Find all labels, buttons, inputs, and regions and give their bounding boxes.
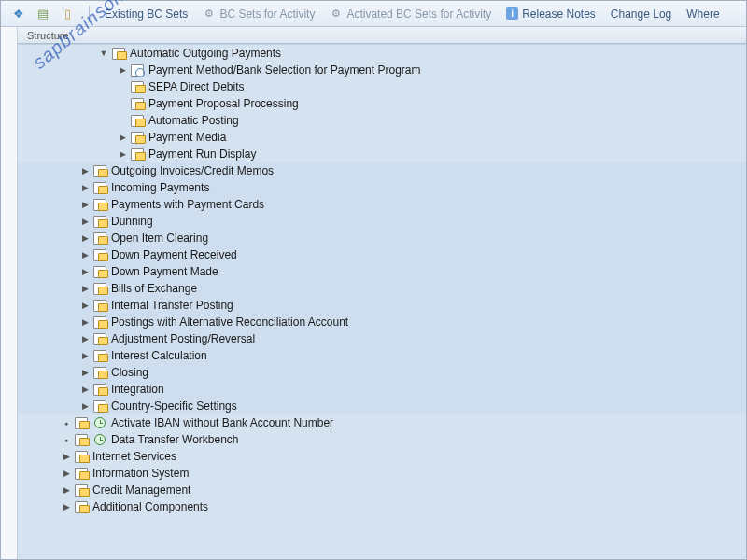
chevron-right-icon[interactable]: ▶: [79, 300, 91, 311]
tree-node-label: Payment Run Display: [148, 147, 256, 161]
tree-node-internet-services[interactable]: ▶ Internet Services: [18, 448, 746, 465]
tree-node-activate-iban[interactable]: ● Activate IBAN without Bank Account Num…: [18, 414, 746, 431]
tree-node-label: Data Transfer Workbench: [111, 433, 239, 446]
clock-icon: [92, 432, 107, 447]
document-folder-icon: [74, 483, 89, 497]
tree-node-media[interactable]: ▶ Payment Media: [18, 129, 746, 146]
bc-sets-activity-button[interactable]: ⚙ BC Sets for Activity: [197, 6, 320, 22]
tree-node-run-display[interactable]: ▶ Payment Run Display: [18, 146, 746, 162]
chevron-right-icon[interactable]: ▶: [117, 64, 128, 76]
chevron-right-icon[interactable]: ▶: [79, 400, 91, 412]
document-folder-icon: [92, 180, 107, 195]
chevron-right-icon[interactable]: ▶: [79, 350, 91, 361]
tree-node-label: Down Payment Received: [111, 248, 237, 261]
chevron-down-icon[interactable]: ▼: [98, 48, 109, 59]
document-folder-icon: [92, 348, 107, 363]
chevron-right-icon[interactable]: ▶: [79, 384, 91, 395]
existing-bc-sets-button[interactable]: Existing BC Sets: [99, 6, 193, 22]
tree-node-information-system[interactable]: ▶ Information System: [18, 465, 746, 482]
chevron-right-icon[interactable]: ▶: [61, 501, 72, 512]
document-folder-icon: [130, 79, 145, 94]
tree-node-internal-transfer[interactable]: ▶ Internal Transfer Posting: [18, 297, 746, 314]
activated-bc-sets-button[interactable]: ⚙ Activated BC Sets for Activity: [324, 6, 497, 22]
chevron-right-icon[interactable]: ▶: [61, 484, 72, 496]
tree-node-down-received[interactable]: ▶ Down Payment Received: [18, 246, 746, 263]
tree-node-bills-exchange[interactable]: ▶ Bills of Exchange: [18, 280, 746, 297]
left-margin-strip: [1, 27, 18, 559]
chevron-right-icon[interactable]: ▶: [61, 451, 72, 462]
change-log-button[interactable]: Change Log: [605, 6, 677, 22]
chevron-right-icon[interactable]: ▶: [79, 266, 91, 277]
chevron-right-icon[interactable]: ▶: [61, 468, 72, 479]
tree-node-proposal[interactable]: ▶ Payment Proposal Processing: [18, 95, 746, 112]
tree-node-label: Credit Management: [92, 483, 190, 497]
chevron-right-icon[interactable]: ▶: [79, 316, 91, 328]
tree-node-label: Information System: [92, 467, 189, 480]
tree-node-adjustment-reversal[interactable]: ▶ Adjustment Posting/Reversal: [18, 330, 746, 347]
release-notes-button[interactable]: i Release Notes: [500, 6, 601, 22]
toolbar-label: Release Notes: [522, 7, 596, 21]
tree-node-data-transfer[interactable]: ● Data Transfer Workbench: [18, 431, 746, 448]
tree-node-label: Additional Components: [92, 500, 208, 513]
tree-node-sepa[interactable]: ▶ SEPA Direct Debits: [18, 78, 746, 95]
chevron-right-icon[interactable]: ▶: [79, 165, 91, 176]
chevron-right-icon[interactable]: ▶: [79, 199, 91, 210]
tree-node-outgoing-invoices[interactable]: ▶ Outgoing Invoices/Credit Memos: [18, 162, 746, 179]
chevron-right-icon[interactable]: ▶: [117, 132, 128, 143]
chevron-right-icon[interactable]: ▶: [79, 367, 91, 378]
expand-all-icon[interactable]: ❖: [10, 6, 27, 22]
chevron-right-icon[interactable]: ▶: [79, 249, 91, 260]
tree[interactable]: ▼ Automatic Outgoing Payments ▶ Payment …: [18, 44, 746, 559]
document-folder-icon: [92, 197, 107, 212]
tree-node-payment-cards[interactable]: ▶ Payments with Payment Cards: [18, 196, 746, 213]
tree-node-payment-method[interactable]: ▶ Payment Method/Bank Selection for Paym…: [18, 62, 746, 78]
document-folder-icon: [74, 415, 89, 430]
tree-node-auto-posting[interactable]: ▶ Automatic Posting: [18, 112, 746, 129]
chevron-right-icon[interactable]: ▶: [117, 148, 128, 160]
where-used-button[interactable]: Where: [681, 6, 725, 22]
tree-node-dunning[interactable]: ▶ Dunning: [18, 213, 746, 230]
document-folder-icon: [92, 163, 107, 178]
tree-node-down-made[interactable]: ▶ Down Payment Made: [18, 263, 746, 280]
tree-node-interest[interactable]: ▶ Interest Calculation: [18, 347, 746, 364]
tree-node-label: Activate IBAN without Bank Account Numbe…: [111, 416, 333, 429]
tree-node-label: Bills of Exchange: [111, 282, 197, 295]
document-folder-icon: [92, 298, 107, 313]
collapse-icon[interactable]: ▤: [35, 6, 51, 22]
tree-node-open-item[interactable]: ▶ Open Item Clearing: [18, 230, 746, 246]
document-folder-icon: [92, 315, 107, 329]
chevron-right-icon[interactable]: ▶: [79, 216, 91, 227]
info-icon: i: [506, 7, 518, 20]
document-folder-icon: [130, 96, 145, 111]
tree-node-label: Payment Method/Bank Selection for Paymen…: [148, 63, 420, 77]
tree-node-label: Integration: [111, 383, 164, 396]
tree-node-label: Interest Calculation: [111, 349, 207, 362]
tree-node-incoming-payments[interactable]: ▶ Incoming Payments: [18, 179, 746, 196]
tree-node-auto-outgoing[interactable]: ▼ Automatic Outgoing Payments: [18, 45, 746, 62]
tree-node-alt-reconciliation[interactable]: ▶ Postings with Alternative Reconciliati…: [18, 314, 746, 330]
document-folder-icon: [74, 466, 89, 481]
document-folder-icon: [111, 46, 126, 61]
tree-node-label: Payment Media: [148, 131, 226, 144]
folder-icon[interactable]: ▯: [59, 6, 76, 22]
chevron-right-icon[interactable]: ▶: [79, 333, 91, 344]
tree-column-header: Structure: [18, 27, 746, 44]
tree-node-closing[interactable]: ▶ Closing: [18, 364, 746, 381]
document-folder-icon: [92, 382, 107, 397]
chevron-right-icon[interactable]: ▶: [79, 182, 91, 193]
bullet-icon: ●: [61, 434, 72, 445]
document-folder-icon: [92, 281, 107, 296]
gear-icon: ⚙: [203, 7, 216, 21]
tree-node-label: Country-Specific Settings: [111, 399, 237, 413]
chevron-right-icon[interactable]: ▶: [79, 283, 91, 294]
tree-node-label: Incoming Payments: [111, 181, 209, 194]
tree-node-label: Down Payment Made: [111, 265, 218, 278]
tree-node-credit-management[interactable]: ▶ Credit Management: [18, 482, 746, 498]
document-folder-icon: [74, 432, 89, 447]
tree-node-integration[interactable]: ▶ Integration: [18, 381, 746, 398]
chevron-right-icon[interactable]: ▶: [79, 232, 91, 244]
tree-node-country-specific[interactable]: ▶ Country-Specific Settings: [18, 398, 746, 414]
toolbar-label: Activated BC Sets for Activity: [346, 7, 491, 21]
tree-node-additional-components[interactable]: ▶ Additional Components: [18, 498, 746, 515]
document-magnify-icon: [130, 63, 145, 77]
